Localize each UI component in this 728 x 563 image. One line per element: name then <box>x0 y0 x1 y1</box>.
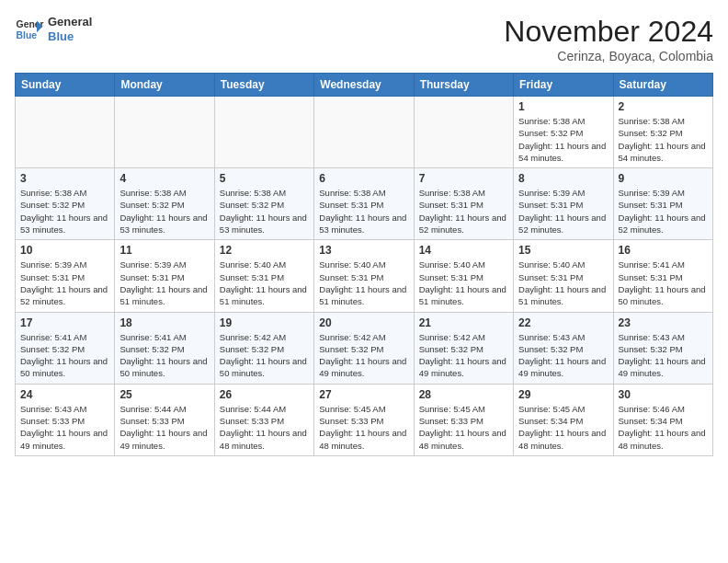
calendar-cell: 20 Sunrise: 5:42 AM Sunset: 5:32 PM Dayl… <box>314 312 414 384</box>
day-number: 16 <box>619 244 708 257</box>
logo: General Blue General Blue <box>15 15 92 44</box>
calendar-cell: 17 Sunrise: 5:41 AM Sunset: 5:32 PM Dayl… <box>16 312 115 384</box>
calendar-cell: 14 Sunrise: 5:40 AM Sunset: 5:31 PM Dayl… <box>414 240 513 312</box>
day-number: 9 <box>619 172 708 185</box>
week-row-1: 1 Sunrise: 5:38 AM Sunset: 5:32 PM Dayli… <box>16 97 713 168</box>
day-info: Sunrise: 5:40 AM Sunset: 5:31 PM Dayligh… <box>518 259 608 307</box>
calendar-cell: 24 Sunrise: 5:43 AM Sunset: 5:33 PM Dayl… <box>16 384 115 455</box>
day-info: Sunrise: 5:41 AM Sunset: 5:32 PM Dayligh… <box>119 331 209 380</box>
day-number: 26 <box>220 388 309 401</box>
day-number: 10 <box>20 244 109 257</box>
calendar-cell: 1 Sunrise: 5:38 AM Sunset: 5:32 PM Dayli… <box>514 97 613 168</box>
calendar-cell: 22 Sunrise: 5:43 AM Sunset: 5:32 PM Dayl… <box>514 312 613 384</box>
calendar-cell: 26 Sunrise: 5:44 AM Sunset: 5:33 PM Dayl… <box>214 384 313 455</box>
calendar-cell: 21 Sunrise: 5:42 AM Sunset: 5:32 PM Dayl… <box>414 312 513 384</box>
calendar-header: SundayMondayTuesdayWednesdayThursdayFrid… <box>16 74 713 97</box>
day-info: Sunrise: 5:44 AM Sunset: 5:33 PM Dayligh… <box>220 403 309 452</box>
day-info: Sunrise: 5:40 AM Sunset: 5:31 PM Dayligh… <box>319 259 408 307</box>
week-row-4: 17 Sunrise: 5:41 AM Sunset: 5:32 PM Dayl… <box>16 312 713 384</box>
day-number: 13 <box>319 244 408 257</box>
day-number: 29 <box>518 388 608 401</box>
day-number: 5 <box>220 172 309 185</box>
day-info: Sunrise: 5:41 AM Sunset: 5:31 PM Dayligh… <box>619 259 708 307</box>
day-info: Sunrise: 5:40 AM Sunset: 5:31 PM Dayligh… <box>220 259 309 307</box>
day-number: 3 <box>20 172 109 185</box>
day-info: Sunrise: 5:45 AM Sunset: 5:34 PM Dayligh… <box>518 403 608 452</box>
calendar-cell: 5 Sunrise: 5:38 AM Sunset: 5:32 PM Dayli… <box>214 168 313 240</box>
week-row-2: 3 Sunrise: 5:38 AM Sunset: 5:32 PM Dayli… <box>16 168 713 240</box>
logo-text-blue: Blue <box>48 29 92 44</box>
day-info: Sunrise: 5:43 AM Sunset: 5:32 PM Dayligh… <box>619 331 708 380</box>
day-info: Sunrise: 5:42 AM Sunset: 5:32 PM Dayligh… <box>419 331 508 380</box>
day-info: Sunrise: 5:38 AM Sunset: 5:32 PM Dayligh… <box>20 187 109 236</box>
day-info: Sunrise: 5:43 AM Sunset: 5:33 PM Dayligh… <box>20 403 109 452</box>
calendar-cell <box>314 97 414 168</box>
weekday-header-saturday: Saturday <box>613 74 712 97</box>
calendar-cell: 19 Sunrise: 5:42 AM Sunset: 5:32 PM Dayl… <box>214 312 313 384</box>
weekday-header-sunday: Sunday <box>16 74 115 97</box>
day-number: 22 <box>518 316 608 329</box>
month-title: November 2024 <box>504 15 713 49</box>
day-info: Sunrise: 5:38 AM Sunset: 5:32 PM Dayligh… <box>518 115 608 164</box>
day-number: 6 <box>319 172 408 185</box>
day-number: 18 <box>119 316 209 329</box>
page-header: General Blue General Blue November 2024 … <box>15 15 713 63</box>
calendar-cell: 27 Sunrise: 5:45 AM Sunset: 5:33 PM Dayl… <box>314 384 414 455</box>
calendar-cell: 18 Sunrise: 5:41 AM Sunset: 5:32 PM Dayl… <box>115 312 214 384</box>
calendar-cell: 28 Sunrise: 5:45 AM Sunset: 5:33 PM Dayl… <box>414 384 513 455</box>
logo-text-general: General <box>48 15 92 29</box>
calendar-cell <box>214 97 313 168</box>
weekday-header-friday: Friday <box>514 74 613 97</box>
day-number: 23 <box>619 316 708 329</box>
day-number: 14 <box>419 244 508 257</box>
day-number: 15 <box>518 244 608 257</box>
calendar-cell: 15 Sunrise: 5:40 AM Sunset: 5:31 PM Dayl… <box>514 240 613 312</box>
calendar-table: SundayMondayTuesdayWednesdayThursdayFrid… <box>15 73 713 456</box>
calendar-cell: 25 Sunrise: 5:44 AM Sunset: 5:33 PM Dayl… <box>115 384 214 455</box>
calendar-cell: 11 Sunrise: 5:39 AM Sunset: 5:31 PM Dayl… <box>115 240 214 312</box>
day-number: 21 <box>419 316 508 329</box>
calendar-cell: 7 Sunrise: 5:38 AM Sunset: 5:31 PM Dayli… <box>414 168 513 240</box>
calendar-cell: 6 Sunrise: 5:38 AM Sunset: 5:31 PM Dayli… <box>314 168 414 240</box>
title-block: November 2024 Cerinza, Boyaca, Colombia <box>504 15 713 63</box>
calendar-cell: 13 Sunrise: 5:40 AM Sunset: 5:31 PM Dayl… <box>314 240 414 312</box>
day-number: 12 <box>220 244 309 257</box>
day-number: 17 <box>20 316 109 329</box>
calendar-body: 1 Sunrise: 5:38 AM Sunset: 5:32 PM Dayli… <box>16 97 713 456</box>
day-number: 19 <box>220 316 309 329</box>
calendar-cell: 3 Sunrise: 5:38 AM Sunset: 5:32 PM Dayli… <box>16 168 115 240</box>
weekday-header-row: SundayMondayTuesdayWednesdayThursdayFrid… <box>16 74 713 97</box>
weekday-header-wednesday: Wednesday <box>314 74 414 97</box>
day-info: Sunrise: 5:38 AM Sunset: 5:31 PM Dayligh… <box>319 187 408 236</box>
day-info: Sunrise: 5:46 AM Sunset: 5:34 PM Dayligh… <box>619 403 708 452</box>
svg-text:Blue: Blue <box>17 30 38 40</box>
day-number: 1 <box>518 100 608 113</box>
day-info: Sunrise: 5:41 AM Sunset: 5:32 PM Dayligh… <box>20 331 109 380</box>
day-number: 24 <box>20 388 109 401</box>
weekday-header-thursday: Thursday <box>414 74 513 97</box>
day-info: Sunrise: 5:38 AM Sunset: 5:32 PM Dayligh… <box>119 187 209 236</box>
week-row-3: 10 Sunrise: 5:39 AM Sunset: 5:31 PM Dayl… <box>16 240 713 312</box>
day-number: 28 <box>419 388 508 401</box>
weekday-header-monday: Monday <box>115 74 214 97</box>
week-row-5: 24 Sunrise: 5:43 AM Sunset: 5:33 PM Dayl… <box>16 384 713 455</box>
calendar-cell: 30 Sunrise: 5:46 AM Sunset: 5:34 PM Dayl… <box>613 384 712 455</box>
day-info: Sunrise: 5:45 AM Sunset: 5:33 PM Dayligh… <box>319 403 408 452</box>
day-info: Sunrise: 5:39 AM Sunset: 5:31 PM Dayligh… <box>518 187 608 236</box>
day-info: Sunrise: 5:39 AM Sunset: 5:31 PM Dayligh… <box>619 187 708 236</box>
day-number: 20 <box>319 316 408 329</box>
day-number: 4 <box>119 172 209 185</box>
calendar-cell: 10 Sunrise: 5:39 AM Sunset: 5:31 PM Dayl… <box>16 240 115 312</box>
location: Cerinza, Boyaca, Colombia <box>504 49 713 63</box>
logo-icon: General Blue <box>15 15 44 44</box>
day-info: Sunrise: 5:40 AM Sunset: 5:31 PM Dayligh… <box>419 259 508 307</box>
calendar-cell: 12 Sunrise: 5:40 AM Sunset: 5:31 PM Dayl… <box>214 240 313 312</box>
calendar-cell: 23 Sunrise: 5:43 AM Sunset: 5:32 PM Dayl… <box>613 312 712 384</box>
calendar-cell: 9 Sunrise: 5:39 AM Sunset: 5:31 PM Dayli… <box>613 168 712 240</box>
calendar-cell <box>16 97 115 168</box>
day-info: Sunrise: 5:42 AM Sunset: 5:32 PM Dayligh… <box>319 331 408 380</box>
day-info: Sunrise: 5:38 AM Sunset: 5:32 PM Dayligh… <box>619 115 708 164</box>
calendar-cell: 16 Sunrise: 5:41 AM Sunset: 5:31 PM Dayl… <box>613 240 712 312</box>
day-number: 7 <box>419 172 508 185</box>
calendar-cell: 8 Sunrise: 5:39 AM Sunset: 5:31 PM Dayli… <box>514 168 613 240</box>
